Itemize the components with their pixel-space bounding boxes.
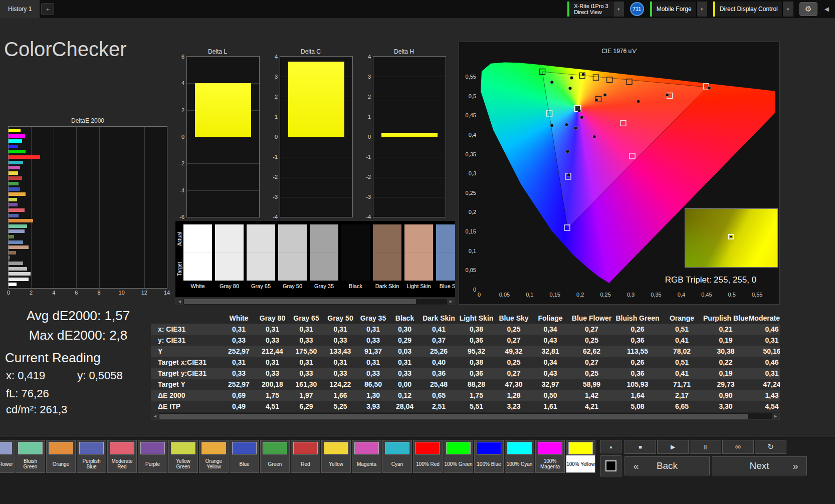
back-button[interactable]: « Back — [624, 456, 710, 475]
patch-button-100-blue[interactable]: 100% Blue — [474, 440, 504, 473]
deltae-bar — [9, 203, 18, 206]
add-tab-button[interactable]: + — [41, 3, 54, 15]
patch-button-100-green[interactable]: 100% Green — [444, 440, 473, 473]
table-cell: 3,30 — [703, 401, 748, 412]
meter-device-dropdown[interactable]: X-Rite i1Pro 3 Direct View ▼ — [567, 2, 623, 17]
swatch-scrollbar[interactable]: ◀ ▶ — [175, 298, 455, 305]
current-cdm2-value: cd/m²: 261,3 — [6, 403, 67, 416]
patch-button-orange[interactable]: Orange — [46, 440, 76, 473]
patch-button-blue-flower[interactable]: Blue Flower — [0, 440, 15, 473]
patch-swatch — [538, 442, 562, 454]
patch-button-purple[interactable]: Purple — [138, 440, 167, 473]
table-cell: 0,22 — [703, 357, 748, 368]
deltae-bar — [9, 166, 20, 169]
table-cell: 252,97 — [222, 346, 256, 357]
back-chevron-icon: « — [632, 460, 640, 472]
delta-h-title: Delta H — [361, 48, 447, 56]
row-label: x: CIE31 — [151, 324, 222, 335]
scroll-track[interactable] — [159, 413, 772, 419]
stop-button[interactable]: ■ — [624, 440, 656, 454]
gear-icon[interactable]: ⚙ — [799, 2, 817, 16]
axis-tick-label: 8 — [98, 290, 101, 296]
swatch-actual-half — [183, 224, 212, 253]
play-button[interactable]: ▶ — [657, 440, 689, 454]
cie-title: CIE 1976 u'v' — [459, 48, 779, 56]
measured-point-marker — [568, 87, 571, 90]
patch-button-100-yellow[interactable]: 100% Yellow — [566, 440, 595, 473]
meter-device-line2: Direct View — [574, 9, 608, 15]
chevron-down-icon[interactable]: ▼ — [696, 2, 707, 17]
measurement-table: WhiteGray 80Gray 65Gray 50Gray 35BlackDa… — [151, 313, 780, 412]
patch-button-yellow-green[interactable]: Yellow Green — [168, 440, 198, 473]
swatch-color — [404, 224, 433, 281]
scroll-left-icon[interactable]: ◀ — [151, 413, 159, 419]
delta-l-chart: Delta L 6420-2-4-6 — [174, 48, 261, 217]
patch-button-100-red[interactable]: 100% Red — [413, 440, 443, 473]
axis-tick-label: 0,5 — [458, 93, 476, 99]
axis-tick-label: -6 — [179, 214, 184, 220]
patch-button-magenta[interactable]: Magenta — [352, 440, 381, 473]
patch-button-green[interactable]: Green — [260, 440, 290, 473]
patch-button-yellow[interactable]: Yellow — [321, 440, 351, 473]
patch-label: 100% Green — [444, 455, 473, 472]
scroll-right-icon[interactable]: ▶ — [772, 413, 779, 419]
measured-point-marker — [567, 173, 570, 176]
table-cell: 0,30 — [389, 324, 421, 335]
table-cell: 0,46 — [748, 324, 780, 335]
refresh-button[interactable]: ↻ — [755, 440, 786, 454]
deltae-bar — [9, 229, 25, 233]
chevron-down-icon[interactable]: ▼ — [613, 2, 624, 17]
table-cell: 5,25 — [323, 401, 357, 412]
chevron-down-icon[interactable]: ▼ — [782, 2, 793, 17]
swatch-actual-half — [247, 224, 275, 253]
axis-tick-label: -4 — [366, 214, 371, 220]
patch-button-moderate-red[interactable]: Moderate Red — [107, 440, 137, 473]
table-cell: 32,97 — [532, 379, 569, 390]
scroll-thumb[interactable] — [184, 299, 416, 304]
scroll-thumb[interactable] — [159, 414, 748, 419]
axis-tick-label: 0,45 — [458, 112, 476, 118]
table-cell: 47,30 — [496, 379, 532, 390]
swatch-label: Gray 65 — [247, 283, 275, 289]
gridline — [280, 137, 352, 137]
patch-label: Cyan — [383, 455, 411, 472]
reading-count-badge[interactable]: 711 — [630, 2, 644, 16]
patch-button-cyan[interactable]: Cyan — [382, 440, 412, 473]
patch-button-orange-yellow[interactable]: Orange Yellow — [199, 440, 229, 473]
current-reading-heading: Current Reading — [5, 350, 101, 366]
next-button[interactable]: Next » — [712, 456, 807, 475]
scroll-left-icon[interactable]: ◀ — [176, 299, 183, 305]
scroll-right-icon[interactable]: ▶ — [447, 299, 455, 305]
table-scrollbar[interactable]: ◀ ▶ — [151, 413, 780, 420]
patch-button-100-magenta[interactable]: 100% Magenta — [535, 440, 565, 473]
swatch-gray-80: Gray 80 — [215, 224, 244, 297]
patch-swatch — [385, 442, 409, 454]
table-cell: 30,38 — [703, 346, 748, 357]
history-tab[interactable]: History 1 — [0, 0, 40, 18]
pattern-window-button[interactable] — [600, 455, 621, 476]
row-label: ΔE 2000 — [151, 390, 222, 401]
inset-target-marker — [728, 234, 734, 239]
patch-label: Blue — [230, 455, 259, 472]
pattern-generator-dropdown[interactable]: Mobile Forge ▼ — [650, 2, 707, 17]
table-cell: 0,36 — [614, 368, 661, 379]
display-control-dropdown[interactable]: Direct Display Control ▼ — [713, 2, 793, 17]
patch-button-100-cyan[interactable]: 100% Cyan — [505, 440, 534, 473]
patch-button-purplish-blue[interactable]: Purplish Blue — [77, 440, 106, 473]
loop-button[interactable]: ∞ — [722, 440, 754, 454]
table-row: Target x:CIE310,310,310,310,310,310,310,… — [151, 357, 780, 368]
delta-c-plot-area — [280, 56, 353, 217]
patch-button-red[interactable]: Red — [291, 440, 320, 473]
table-cell: 0,19 — [703, 335, 748, 346]
axis-tick-label: 0,05 — [458, 267, 476, 273]
table-row: Y252,97212,44175,50133,4391,370,0325,269… — [151, 346, 780, 357]
patch-label: Purplish Blue — [77, 455, 106, 472]
scroll-track[interactable] — [183, 299, 447, 305]
patch-button-bluish-green[interactable]: Bluish Green — [16, 440, 45, 473]
patch-swatch — [446, 442, 471, 454]
collapse-panel-chevron-icon[interactable]: ◀ — [823, 6, 830, 13]
collapse-toolbar-button[interactable]: ▲ — [600, 440, 621, 453]
table-cell: 0,36 — [614, 335, 661, 346]
pause-button[interactable]: Ⅱ — [690, 440, 721, 454]
patch-button-blue[interactable]: Blue — [230, 440, 259, 473]
